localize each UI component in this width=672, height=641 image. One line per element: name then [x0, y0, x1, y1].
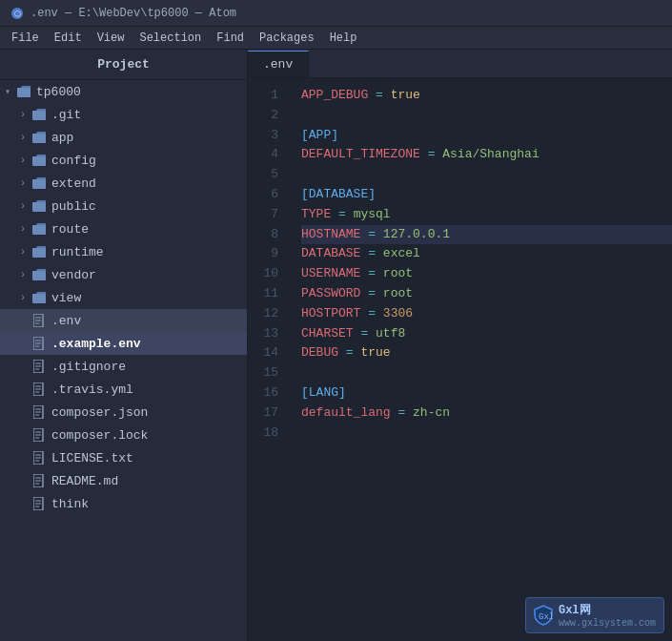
tree-item-readme[interactable]: README.md [0, 469, 247, 492]
line-number-5: 5 [248, 165, 278, 185]
tree-item-extend[interactable]: ›extend [0, 172, 247, 195]
sidebar-header: Project [0, 50, 247, 80]
menu-item-view[interactable]: View [90, 30, 132, 47]
line-number-6: 6 [248, 185, 278, 205]
file-icon [31, 497, 48, 510]
folder-icon [31, 176, 48, 190]
tree-item-example-env[interactable]: .example.env [0, 332, 247, 355]
folder-arrow-view: › [15, 293, 31, 303]
menu-item-packages[interactable]: Packages [252, 30, 322, 47]
svg-text:⬡: ⬡ [14, 10, 21, 18]
line-numbers: 123456789101112131415161718 [248, 78, 286, 641]
folder-arrow-tp6000: ▾ [0, 86, 15, 97]
tree-item-tp6000[interactable]: ▾tp6000 [0, 80, 247, 103]
code-line-14: DEBUG = true [301, 343, 672, 363]
folder-arrow-runtime: › [15, 247, 31, 258]
tree-label-example-env: .example.env [51, 337, 141, 351]
tree-label-public: public [51, 199, 96, 214]
tree-item-license[interactable]: LICENSE.txt [0, 446, 247, 469]
folder-icon [31, 268, 48, 281]
svg-rect-6 [32, 179, 46, 189]
file-icon [31, 383, 48, 396]
code-line-15: ​ [301, 363, 672, 383]
svg-rect-7 [32, 202, 46, 212]
tree-item-composer-lock[interactable]: composer.lock [0, 424, 247, 446]
line-number-12: 12 [248, 304, 278, 324]
tree-item-route[interactable]: ›route [0, 217, 247, 240]
line-number-3: 3 [248, 126, 278, 146]
watermark-text: Gxl网 [559, 602, 656, 618]
tree-label-app: app [51, 131, 73, 145]
tree-label-gitignore: .gitignore [51, 360, 126, 374]
folder-icon [31, 199, 48, 213]
file-icon [31, 360, 48, 373]
tree-label-runtime: runtime [51, 245, 104, 259]
code-content: APP_DEBUG = true​[APP]DEFAULT_TIMEZONE =… [286, 78, 672, 641]
tree-label-composer-json: composer.json [51, 405, 148, 420]
code-line-4: DEFAULT_TIMEZONE = Asia/Shanghai [301, 145, 672, 165]
tree-label-tp6000: tp6000 [36, 85, 81, 99]
tree-item-vendor[interactable]: ›vendor [0, 263, 247, 286]
tree-item-config[interactable]: ›config [0, 149, 247, 172]
tree-label-config: config [51, 154, 96, 168]
line-number-8: 8 [248, 225, 278, 245]
code-line-13: CHARSET = utf8 [301, 324, 672, 344]
shield-icon: Gxl [534, 605, 553, 626]
menu-item-selection[interactable]: Selection [132, 30, 209, 47]
menu-item-find[interactable]: Find [209, 30, 252, 47]
main-layout: Project ▾tp6000›.git›app›config›extend›p… [0, 50, 672, 641]
line-number-18: 18 [248, 424, 278, 444]
editor-content[interactable]: 123456789101112131415161718 APP_DEBUG = … [248, 78, 672, 641]
code-line-11: PASSWORD = root [301, 284, 672, 304]
watermark-subtext: www.gxlsystem.com [559, 618, 656, 629]
title-text: .env — E:\WebDev\tp6000 — Atom [31, 7, 236, 20]
line-number-11: 11 [248, 284, 278, 304]
menu-item-help[interactable]: Help [322, 30, 365, 47]
svg-rect-9 [32, 248, 46, 258]
line-number-1: 1 [248, 86, 278, 106]
tree-item-app[interactable]: ›app [0, 126, 247, 149]
line-number-4: 4 [248, 145, 278, 165]
tree-item-public[interactable]: ›public [0, 195, 247, 217]
file-icon [31, 314, 48, 327]
line-number-10: 10 [248, 264, 278, 284]
line-number-9: 9 [248, 244, 278, 264]
folder-arrow-config: › [15, 155, 31, 166]
tree-label-composer-lock: composer.lock [51, 428, 148, 443]
file-icon [31, 405, 48, 419]
editor-tab[interactable]: .env [248, 51, 309, 77]
folder-icon [31, 222, 48, 236]
watermark: Gxl Gxl网 www.gxlsystem.com [525, 597, 664, 633]
menu-item-file[interactable]: File [4, 30, 47, 47]
title-bar: ⬡ .env — E:\WebDev\tp6000 — Atom [0, 0, 672, 27]
tree-item-travis[interactable]: .travis.yml [0, 378, 247, 401]
line-number-2: 2 [248, 106, 278, 126]
folder-arrow-extend: › [15, 178, 31, 189]
menu-item-edit[interactable]: Edit [47, 30, 90, 47]
svg-rect-11 [32, 294, 46, 303]
tree-label-view: view [51, 291, 81, 305]
line-number-13: 13 [248, 324, 278, 344]
file-icon [31, 428, 48, 442]
line-number-7: 7 [248, 205, 278, 225]
tree-label-env: .env [51, 314, 81, 328]
code-line-8: HOSTNAME = 127.0.0.1 [301, 225, 672, 245]
tree-item-view[interactable]: ›view [0, 286, 247, 309]
folder-icon [31, 108, 48, 121]
tree-item-git[interactable]: ›.git [0, 103, 247, 126]
svg-rect-5 [32, 156, 46, 166]
tree-item-runtime[interactable]: ›runtime [0, 240, 247, 263]
tree-label-route: route [51, 222, 89, 237]
folder-arrow-app: › [15, 133, 31, 143]
line-number-14: 14 [248, 343, 278, 363]
folder-icon [31, 245, 48, 258]
code-line-1: APP_DEBUG = true [301, 86, 672, 106]
tree-item-env[interactable]: .env [0, 309, 247, 332]
tree-item-gitignore[interactable]: .gitignore [0, 355, 247, 378]
tree-item-composer-json[interactable]: composer.json [0, 401, 247, 424]
code-line-7: TYPE = mysql [301, 205, 672, 225]
tree-item-think[interactable]: think [0, 492, 247, 515]
tree-label-license: LICENSE.txt [51, 451, 133, 465]
file-icon [31, 474, 48, 487]
svg-rect-2 [17, 88, 31, 97]
